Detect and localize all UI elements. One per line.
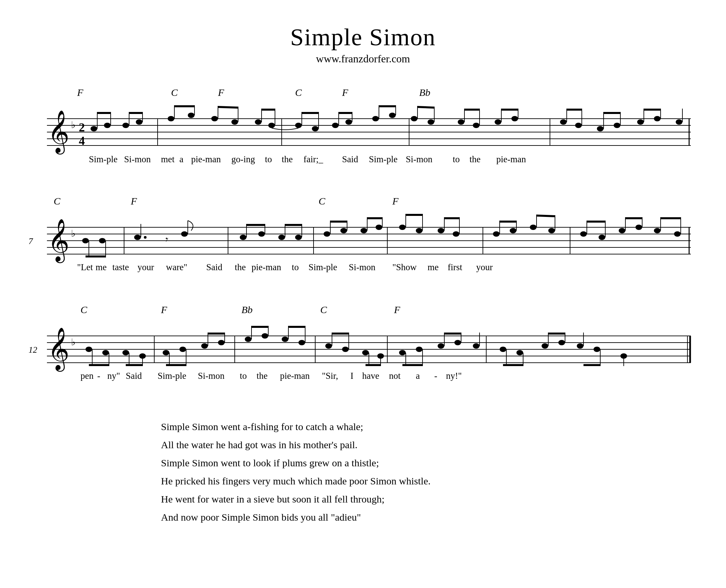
svg-text:met: met bbox=[161, 154, 175, 164]
svg-text:F: F bbox=[77, 87, 83, 98]
svg-text:C: C bbox=[318, 195, 326, 207]
svg-point-271 bbox=[416, 346, 422, 352]
svg-text:pie-man: pie-man bbox=[191, 154, 221, 164]
svg-point-87 bbox=[654, 116, 661, 121]
svg-point-47 bbox=[312, 126, 318, 131]
svg-point-90 bbox=[676, 119, 682, 125]
staff-svg-1: F C F C F Bb 𝄞 2 4 ♭ bbox=[27, 85, 698, 172]
svg-text:F: F bbox=[217, 87, 224, 98]
svg-marker-181 bbox=[587, 220, 605, 223]
svg-text:first: first bbox=[448, 262, 462, 272]
svg-marker-290 bbox=[548, 333, 565, 335]
svg-text:have: have bbox=[362, 371, 379, 381]
svg-text:-: - bbox=[97, 371, 100, 381]
svg-text:the: the bbox=[282, 154, 293, 164]
svg-marker-191 bbox=[661, 217, 681, 219]
svg-point-245 bbox=[218, 340, 225, 345]
svg-marker-79 bbox=[567, 109, 582, 111]
svg-marker-29 bbox=[129, 112, 143, 114]
svg-point-70 bbox=[495, 119, 501, 125]
svg-point-240 bbox=[180, 346, 186, 352]
svg-marker-69 bbox=[464, 109, 479, 111]
subtitle: www.franzdorfer.com bbox=[27, 52, 699, 65]
staff-system-3: 12 C F Bb C F 𝄞 ♭ bbox=[27, 302, 699, 391]
svg-text:me: me bbox=[96, 262, 107, 272]
svg-text:Said: Said bbox=[342, 154, 358, 164]
svg-text:a: a bbox=[180, 154, 183, 164]
svg-text:F: F bbox=[342, 87, 348, 98]
svg-point-164 bbox=[453, 231, 459, 237]
svg-point-184 bbox=[636, 225, 642, 230]
svg-marker-176 bbox=[537, 214, 555, 217]
svg-point-65 bbox=[458, 119, 464, 125]
svg-text:7: 7 bbox=[28, 236, 33, 246]
svg-text:Bb: Bb bbox=[242, 304, 252, 315]
svg-marker-24 bbox=[97, 112, 111, 114]
svg-point-189 bbox=[674, 231, 681, 237]
svg-point-57 bbox=[389, 113, 396, 118]
svg-text:pie-man: pie-man bbox=[280, 371, 310, 381]
svg-point-260 bbox=[342, 346, 349, 352]
svg-text:Si-mon: Si-mon bbox=[198, 371, 225, 381]
svg-marker-34 bbox=[174, 105, 194, 107]
svg-marker-64 bbox=[417, 106, 434, 109]
svg-point-139 bbox=[258, 231, 265, 237]
svg-point-291 bbox=[577, 343, 583, 349]
svg-point-142 bbox=[278, 235, 285, 240]
svg-text:fair;_: fair;_ bbox=[304, 154, 323, 164]
svg-point-288 bbox=[558, 340, 565, 345]
svg-text:not: not bbox=[389, 371, 401, 381]
svg-text:C: C bbox=[171, 87, 178, 98]
svg-text:Si-mon: Si-mon bbox=[406, 154, 433, 164]
svg-marker-247 bbox=[208, 333, 225, 335]
svg-text:Si-mon: Si-mon bbox=[349, 262, 376, 272]
svg-text:F: F bbox=[394, 304, 400, 315]
svg-point-167 bbox=[493, 231, 500, 237]
svg-marker-49 bbox=[302, 112, 318, 114]
svg-marker-257 bbox=[288, 326, 305, 328]
staff-system-2: 7 C F C F 𝄞 ♭ bbox=[27, 194, 699, 282]
svg-text:pie-man: pie-man bbox=[496, 154, 526, 164]
svg-marker-278 bbox=[444, 333, 461, 335]
svg-point-52 bbox=[346, 119, 352, 125]
svg-point-258 bbox=[325, 343, 332, 349]
svg-text:a: a bbox=[416, 371, 420, 381]
svg-point-37 bbox=[231, 119, 238, 125]
verse-line-3: Simple Simon went to look if plums grew … bbox=[161, 454, 699, 472]
svg-text:to: to bbox=[265, 154, 272, 164]
svg-marker-146 bbox=[285, 224, 302, 226]
svg-point-154 bbox=[376, 225, 382, 230]
svg-text:the: the bbox=[470, 154, 480, 164]
svg-point-82 bbox=[614, 123, 620, 128]
svg-marker-252 bbox=[251, 326, 268, 328]
svg-text:♭: ♭ bbox=[71, 120, 76, 130]
svg-point-283 bbox=[516, 350, 523, 355]
svg-text:♭: ♭ bbox=[71, 228, 76, 239]
svg-marker-161 bbox=[406, 214, 422, 216]
main-title: Simple Simon bbox=[27, 23, 699, 51]
svg-point-229 bbox=[102, 350, 109, 355]
svg-point-248 bbox=[245, 337, 251, 342]
svg-point-227 bbox=[85, 346, 92, 352]
svg-text:C: C bbox=[295, 87, 302, 98]
svg-text:Sim-ple: Sim-ple bbox=[309, 262, 337, 272]
svg-point-253 bbox=[282, 337, 288, 342]
svg-text:𝄾: 𝄾 bbox=[166, 237, 168, 242]
svg-point-25 bbox=[122, 123, 129, 128]
verse-section: Simple Simon went a-fishing for to catch… bbox=[161, 418, 699, 526]
verse-line-2: All the water he had got was in his moth… bbox=[161, 436, 699, 454]
svg-marker-130 bbox=[85, 255, 106, 257]
svg-point-279 bbox=[473, 343, 479, 349]
svg-text:Sim-ple: Sim-ple bbox=[369, 154, 398, 164]
svg-point-159 bbox=[416, 228, 422, 233]
svg-marker-295 bbox=[583, 364, 600, 366]
svg-marker-39 bbox=[218, 106, 238, 109]
svg-point-42 bbox=[268, 123, 275, 128]
svg-marker-151 bbox=[330, 220, 347, 223]
svg-point-22 bbox=[104, 123, 111, 128]
svg-marker-84 bbox=[604, 112, 620, 114]
svg-text:Sim-ple: Sim-ple bbox=[158, 371, 186, 381]
svg-point-293 bbox=[594, 346, 600, 352]
svg-text:C: C bbox=[320, 304, 327, 315]
svg-point-135 bbox=[181, 231, 188, 237]
